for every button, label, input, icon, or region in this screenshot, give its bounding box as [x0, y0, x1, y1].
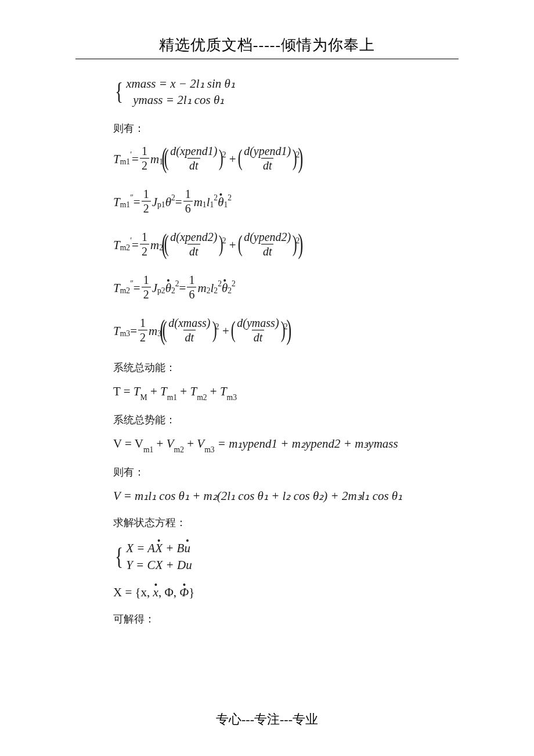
label-total-pe: 系统总势能： [113, 413, 447, 427]
page-header-title: 精选优质文档-----倾情为你奉上 [75, 35, 459, 55]
eq-V-expanded: V = m₁l₁ cos θ₁ + m₂(2l₁ cos θ₁ + l₂ cos… [113, 489, 447, 503]
label-then-2: 则有： [113, 465, 447, 479]
document-body: { xmass = x − 2l₁ sin θ₁ ymass = 2l₁ cos… [75, 75, 459, 626]
eq-Tm1-prime: Tm1′ = 12 m1 ( ( d(xpend1)dt )2 + ( d(yp… [113, 146, 447, 174]
label-solve: 可解得： [113, 612, 447, 626]
eq-V-sum: V = Vm1 + Vm2 + Vm3 = m₁ypend1 + m₂ypend… [113, 437, 447, 452]
eq-system-mass: { xmass = x − 2l₁ sin θ₁ ymass = 2l₁ cos… [113, 75, 447, 109]
label-state-eq: 求解状态方程： [113, 516, 447, 530]
eq-Tm2-dprime: Tm2″ = 12 Jp2 θ22 = 16 m2l22θ22 [113, 275, 447, 303]
header-divider [75, 59, 459, 59]
eq-Tm2-prime: Tm2′ = 12 m2 ( ( d(xpend2)dt )2 + ( d(yp… [113, 232, 447, 260]
eq-X-def: X = {x, x, Φ, Φ} [113, 586, 447, 599]
label-total-ke: 系统总动能： [113, 361, 447, 375]
eq-Tm3: Tm3 = 12 m3 ( ( d(xmass)dt )2 + ( d(ymas… [113, 318, 447, 345]
label-then-1: 则有： [113, 121, 447, 135]
page-footer: 专心---专注---专业 [0, 711, 534, 728]
eq-state-system: { X = AX + Bu Y = CX + Du [113, 540, 447, 573]
eq-T-total: T = TM + Tm1 + Tm2 + Tm3 [113, 385, 447, 400]
eq-Tm1-dprime: Tm1″ = 12 Jp1 θ2 = 16 m1l12θ12 [113, 189, 447, 217]
